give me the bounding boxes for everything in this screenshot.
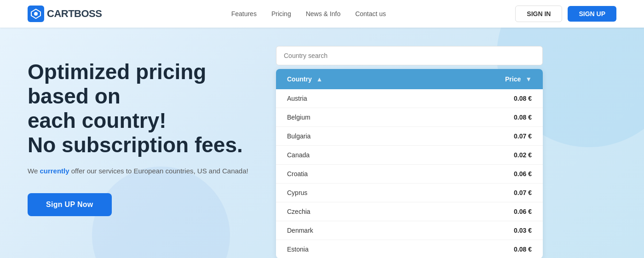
left-panel: Optimized pricing based on each country!… — [28, 46, 248, 216]
table-row: Denmark 0.03 € — [276, 221, 543, 240]
nav-links: Features Pricing News & Info Contact us — [231, 10, 386, 18]
col-price-header[interactable]: Price ▼ — [420, 69, 543, 89]
country-cell: Canada — [276, 146, 420, 165]
country-cell: Czechia — [276, 202, 420, 221]
country-cell: Cyprus — [276, 183, 420, 202]
price-cell: 0.07 € — [420, 183, 543, 202]
price-cell: 0.08 € — [420, 108, 543, 127]
country-cell: Belgium — [276, 108, 420, 127]
hero-subtitle: We currently offer our services to Europ… — [28, 166, 248, 177]
main-content: Optimized pricing based on each country!… — [0, 28, 644, 258]
hero-title-line2: each country! — [28, 109, 167, 132]
table-row: Bulgaria 0.07 € — [276, 127, 543, 146]
price-cell: 0.06 € — [420, 202, 543, 221]
nav-actions: SIGN IN SIGN UP — [515, 6, 616, 22]
hero-title-line1: Optimized pricing based on — [28, 60, 206, 108]
country-cell: Croatia — [276, 165, 420, 183]
table-body: Austria 0.08 € Belgium 0.08 € Bulgaria 0… — [276, 89, 543, 258]
price-cell: 0.08 € — [420, 240, 543, 258]
country-cell: Bulgaria — [276, 127, 420, 146]
nav-link-pricing[interactable]: Pricing — [271, 10, 291, 17]
country-cell: Austria — [276, 89, 420, 108]
price-cell: 0.08 € — [420, 89, 543, 108]
svg-point-1 — [34, 12, 38, 16]
sort-price-icon: ▼ — [525, 75, 532, 83]
logo-icon — [28, 6, 44, 22]
table-row: Belgium 0.08 € — [276, 108, 543, 127]
price-cell: 0.07 € — [420, 127, 543, 146]
signup-hero-button[interactable]: Sign UP Now — [28, 193, 112, 216]
signup-nav-button[interactable]: SIGN UP — [568, 6, 616, 22]
price-cell: 0.02 € — [420, 146, 543, 165]
pricing-table: Country ▲ Price ▼ Austria 0.08 € Belgium… — [276, 69, 543, 258]
logo-text: CARTBOSS — [47, 8, 102, 20]
country-cell: Denmark — [276, 221, 420, 240]
nav-link-features[interactable]: Features — [231, 10, 257, 17]
country-cell: Estonia — [276, 240, 420, 258]
signin-button[interactable]: SIGN IN — [515, 6, 562, 22]
col-country-header[interactable]: Country ▲ — [276, 69, 420, 89]
currently-link[interactable]: currently — [40, 167, 69, 175]
nav-link-contact[interactable]: Contact us — [355, 10, 386, 17]
hero-subtitle-pre: We — [28, 167, 40, 175]
table-row: Cyprus 0.07 € — [276, 183, 543, 202]
right-panel: Country ▲ Price ▼ Austria 0.08 € Belgium… — [276, 46, 552, 258]
navbar: CARTBOSS Features Pricing News & Info Co… — [0, 0, 644, 28]
hero-title: Optimized pricing based on each country!… — [28, 60, 248, 157]
price-cell: 0.06 € — [420, 165, 543, 183]
sort-country-icon: ▲ — [316, 75, 323, 83]
table-row: Czechia 0.06 € — [276, 202, 543, 221]
table-row: Croatia 0.06 € — [276, 165, 543, 183]
search-wrapper — [276, 46, 552, 65]
nav-link-news[interactable]: News & Info — [306, 10, 340, 17]
logo[interactable]: CARTBOSS — [28, 6, 102, 22]
table-row: Estonia 0.08 € — [276, 240, 543, 258]
table-row: Canada 0.02 € — [276, 146, 543, 165]
price-cell: 0.03 € — [420, 221, 543, 240]
hero-title-line3: No subscription fees. — [28, 133, 243, 157]
hero-subtitle-post: offer our services to European countries… — [69, 167, 248, 175]
table-header: Country ▲ Price ▼ — [276, 69, 543, 89]
table-row: Austria 0.08 € — [276, 89, 543, 108]
country-search-input[interactable] — [276, 46, 543, 65]
